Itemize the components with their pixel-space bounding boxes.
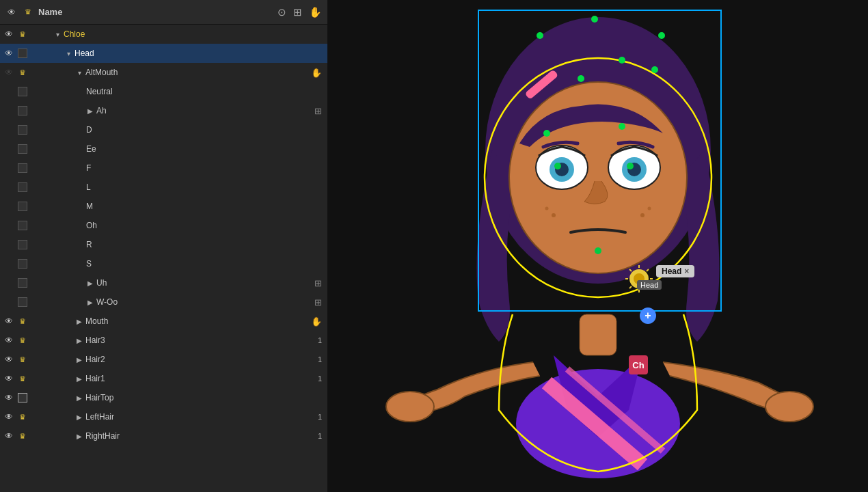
tree-row-l[interactable]: 👁 L [0,178,327,197]
tree-row-hairtop[interactable]: 👁 ▶ HairTop [0,388,327,407]
tree-row-oh[interactable]: 👁 Oh [0,216,327,235]
grid-action-w-oo[interactable]: ⊞ [314,297,322,308]
tree-row-chloe[interactable]: 👁 ♛ ▾ Chloe [0,25,327,44]
label-ee: Ee [86,144,96,154]
square-neutral [18,87,27,96]
square-w-oo [18,297,27,307]
tree-row-altmouth[interactable]: 👁 ♛ ▾ AltMouth ✋ [0,63,327,82]
chevron-head[interactable]: ▾ [64,50,72,57]
tree-row-lefthair[interactable]: 👁 ♛ ▶ LeftHair 1 [0,407,327,426]
tree-row-m[interactable]: 👁 M [0,197,327,216]
tree-row-mouth[interactable]: 👁 ♛ ▶ Mouth ✋ [0,312,327,331]
label-hair3: Hair3 [85,336,105,345]
eye-hair1[interactable]: 👁 [3,372,15,385]
svg-point-6 [765,392,813,422]
hand-action-mouth[interactable]: ✋ [311,316,322,327]
square-ee [18,144,27,154]
square-hairtop [18,393,27,402]
tree-row-righthair[interactable]: 👁 ♛ ▶ RightHair 1 [0,426,327,446]
square-uh [18,278,27,288]
tree-row-f[interactable]: 👁 F [0,159,327,178]
tree-row-r[interactable]: 👁 R [0,235,327,254]
tree-row-ee[interactable]: 👁 Ee [0,139,327,159]
tree-row-head[interactable]: 👁 ▾ Head [0,44,327,63]
character-svg [328,0,868,492]
crown-mouth: ♛ [16,315,29,327]
tooltip-label: Head [662,266,681,276]
eye-chloe[interactable]: 👁 [3,28,15,40]
tree-row-ah[interactable]: 👁 ▶ Ah ⊞ [0,101,327,120]
chevron-chloe[interactable]: ▾ [53,31,62,38]
square-l [18,182,27,192]
ch-label: Ch [632,360,644,370]
svg-point-28 [619,57,625,64]
square-f [18,163,27,173]
chevron-hair3[interactable]: ▶ [75,337,83,344]
grid-icon[interactable]: ⊞ [293,6,302,18]
header-actions: ⊙ ⊞ ✋ [277,6,322,18]
label-altmouth: AltMouth [85,68,118,77]
chevron-altmouth[interactable]: ▾ [75,69,83,77]
plus-badge[interactable]: + [640,308,656,324]
crown-hair2: ♛ [16,353,29,366]
tooltip-close-button[interactable]: × [684,266,689,276]
svg-point-21 [648,207,651,210]
label-neutral: Neutral [86,87,113,96]
chevron-hair1[interactable]: ▶ [75,375,83,383]
svg-point-13 [554,163,561,169]
chevron-mouth[interactable]: ▶ [75,318,83,325]
square-s [18,259,27,269]
grid-action-uh[interactable]: ⊞ [314,278,322,288]
eye-lefthair[interactable]: 👁 [3,411,15,423]
hand-action-altmouth[interactable]: ✋ [311,68,322,78]
chevron-uh[interactable]: ▶ [86,279,94,287]
canvas-area[interactable]: Head × Head + Ch [328,0,868,492]
chevron-hairtop[interactable]: ▶ [75,394,83,402]
crown-hair1: ♛ [16,372,29,385]
chevron-hair2[interactable]: ▶ [75,356,83,364]
svg-point-17 [627,163,634,169]
svg-point-20 [640,213,645,217]
tree-row-uh[interactable]: 👁 ▶ Uh ⊞ [0,273,327,292]
tree-row-d[interactable]: 👁 D [0,120,327,139]
chevron-lefthair[interactable]: ▶ [75,413,83,421]
chevron-w-oo[interactable]: ▶ [86,299,94,306]
label-oh: Oh [86,221,97,230]
square-oh [18,221,27,230]
chevron-righthair[interactable]: ▶ [75,433,83,440]
label-s: S [86,259,92,269]
hand-icon[interactable]: ✋ [309,6,322,18]
eye-head[interactable]: 👁 [3,47,15,59]
plus-icon: + [645,310,651,322]
record-icon[interactable]: ⊙ [277,6,286,18]
square-head [18,49,27,58]
eye-mouth[interactable]: 👁 [3,315,15,327]
tree-row-neutral[interactable]: 👁 Neutral [0,82,327,101]
header-name-label: Name [38,7,273,17]
badge-hair3: 1 [318,336,322,344]
ch-badge[interactable]: Ch [629,355,648,374]
grid-action-ah[interactable]: ⊞ [314,106,322,116]
head-tag[interactable]: Head [637,280,662,290]
eye-hair2[interactable]: 👁 [3,353,15,366]
eye-hairtop[interactable]: 👁 [3,392,15,404]
eye-hair3[interactable]: 👁 [3,334,15,346]
tree-row-s[interactable]: 👁 S [0,254,327,273]
tree-container[interactable]: 👁 ♛ ▾ Chloe 👁 ▾ Head [0,25,327,492]
badge-righthair: 1 [318,432,322,440]
head-tag-label: Head [640,281,658,289]
eye-altmouth[interactable]: 👁 [3,66,15,79]
eye-righthair[interactable]: 👁 [3,430,15,442]
square-d [18,125,27,135]
label-hair1: Hair1 [85,374,105,383]
tree-row-hair1[interactable]: 👁 ♛ ▶ Hair1 1 [0,369,327,388]
eye-header-icon[interactable]: 👁 [5,6,18,18]
tree-row-w-oo[interactable]: 👁 ▶ W-Oo ⊞ [0,292,327,312]
svg-point-29 [651,66,658,73]
tree-row-hair3[interactable]: 👁 ♛ ▶ Hair3 1 [0,331,327,350]
tree-row-hair2[interactable]: 👁 ♛ ▶ Hair2 1 [0,350,327,369]
head-tooltip[interactable]: Head × [656,265,694,277]
svg-point-27 [537,32,543,39]
svg-rect-7 [580,314,616,355]
chevron-ah[interactable]: ▶ [86,107,94,115]
